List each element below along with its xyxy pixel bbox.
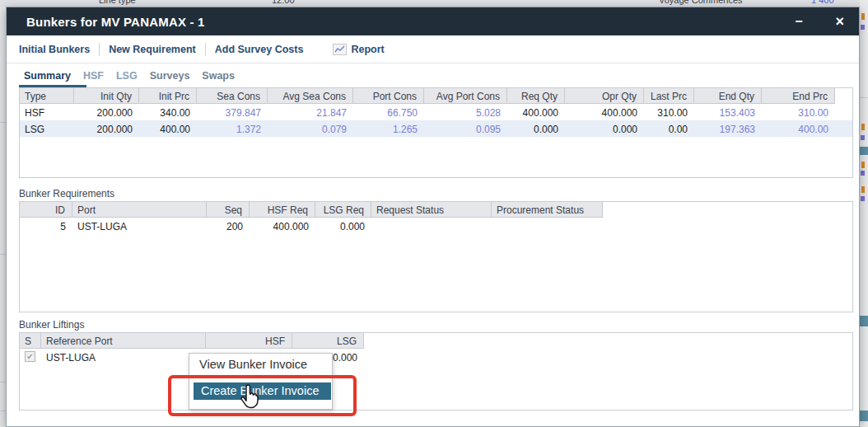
- bunker-summary-grid: Type Init Qty Init Prc Sea Cons Avg Sea …: [19, 87, 853, 178]
- column-header-lsg-req: LSG Req: [315, 202, 371, 218]
- column-header-avg-sea-cons: Avg Sea Cons: [268, 88, 353, 104]
- column-header-avg-port-cons: Avg Port Cons: [424, 88, 507, 104]
- cell-opr-qty: 0.000: [565, 120, 644, 137]
- cell-reference-port: UST-LUGA: [41, 349, 206, 365]
- table-row-lsg[interactable]: LSG 200.000 400.00 1.372 0.079 1.265 0.0…: [20, 120, 852, 137]
- column-header-init-prc: Init Prc: [139, 88, 197, 104]
- bunker-liftings-grid: S Reference Port HSF LSG ✔ UST-LUGA 400.…: [19, 332, 853, 411]
- requirements-grid-header: ID Port Seq HSF Req LSG Req Request Stat…: [20, 202, 852, 218]
- dialog-title: Bunkers for MV PANAMAX - 1: [26, 15, 205, 29]
- cell-init-qty: 200.000: [74, 120, 139, 137]
- cell-init-qty: 200.000: [74, 104, 139, 120]
- cell-end-prc: 310.00: [762, 104, 835, 120]
- cell-type: HSF: [20, 104, 74, 120]
- bunker-requirements-grid: ID Port Seq HSF Req LSG Req Request Stat…: [19, 201, 853, 312]
- cell-avg-port-cons: 0.095: [424, 120, 507, 137]
- menu-item-view-bunker-invoice[interactable]: View Bunker Invoice: [189, 354, 332, 376]
- cell-sea-cons: 1.372: [197, 120, 268, 137]
- tab-hsf[interactable]: HSF: [83, 70, 104, 82]
- header-filler: [603, 202, 852, 218]
- cell-end-prc: 400.00: [762, 120, 835, 137]
- cell-type: LSG: [20, 120, 74, 137]
- column-header-port-cons: Port Cons: [353, 88, 424, 104]
- column-header-end-prc: End Prc: [762, 88, 835, 104]
- minimize-icon[interactable]: −: [795, 15, 802, 28]
- table-row-lifting[interactable]: ✔ UST-LUGA 400.000 0.000: [20, 349, 852, 365]
- tab-summary[interactable]: Summary: [24, 70, 71, 82]
- cell-port-cons: 1.265: [353, 120, 424, 137]
- cell-avg-sea-cons: 21.847: [268, 104, 353, 120]
- report-button-label: Report: [351, 44, 384, 55]
- cell-sea-cons: 379.847: [197, 104, 268, 120]
- background-text-fragment: 1 400: [811, 0, 834, 5]
- background-left-strip: [0, 7, 6, 427]
- cell-avg-sea-cons: 0.079: [268, 120, 353, 137]
- tab-bar: Summary HSF LSG Surveys Swaps: [7, 63, 859, 87]
- cell-opr-qty: 400.000: [565, 104, 644, 120]
- column-header-init-qty: Init Qty: [74, 88, 139, 104]
- column-header-end-qty: End Qty: [694, 88, 762, 104]
- menu-item-create-bunker-invoice[interactable]: Create Bunker Invoice: [194, 382, 331, 400]
- column-header-hsf: HSF: [206, 333, 292, 349]
- column-header-lsg: LSG: [292, 333, 364, 349]
- header-filler: [364, 333, 852, 349]
- background-top-strip: Line type 12:00 Voyage Commences 1 400: [0, 0, 868, 7]
- initial-bunkers-button[interactable]: Initial Bunkers: [19, 44, 90, 55]
- background-text-fragment: Voyage Commences: [659, 0, 743, 5]
- cell-end-qty: 153.403: [694, 104, 762, 120]
- column-header-seq: Seq: [207, 202, 250, 218]
- column-header-type: Type: [20, 88, 74, 104]
- page: Line type 12:00 Voyage Commences 1 400 B…: [0, 0, 868, 427]
- report-chart-icon: [333, 44, 347, 55]
- table-row-requirement[interactable]: 5 UST-LUGA 200 400.000 0.000: [20, 218, 852, 234]
- dialog-toolbar: Initial Bunkers New Requirement Add Surv…: [7, 35, 859, 63]
- bunker-liftings-label: Bunker Liftings: [19, 319, 84, 331]
- cell-last-prc: 310.00: [644, 104, 694, 120]
- cell-seq: 200: [207, 218, 250, 234]
- background-text-fragment: Line type: [99, 0, 136, 5]
- bunker-requirements-label: Bunker Requirements: [19, 188, 114, 199]
- close-icon[interactable]: ×: [835, 14, 844, 29]
- summary-grid-header: Type Init Qty Init Prc Sea Cons Avg Sea …: [20, 88, 852, 104]
- cell-end-qty: 197.363: [694, 120, 762, 137]
- column-header-req-qty: Req Qty: [507, 88, 565, 104]
- dialog-titlebar: Bunkers for MV PANAMAX - 1 − ×: [7, 7, 859, 35]
- cell-req-qty: 0.000: [507, 120, 565, 137]
- cell-req-qty: 400.000: [507, 104, 565, 120]
- row-checkbox[interactable]: ✔: [25, 351, 35, 362]
- cell-port: UST-LUGA: [72, 218, 207, 234]
- column-header-id: ID: [20, 202, 72, 218]
- column-header-select: S: [20, 333, 41, 349]
- add-survey-costs-button[interactable]: Add Survey Costs: [215, 44, 304, 55]
- tab-surveys[interactable]: Surveys: [150, 70, 190, 82]
- new-requirement-button[interactable]: New Requirement: [109, 44, 196, 55]
- cell-port-cons: 66.750: [353, 104, 424, 120]
- bunkers-dialog: Bunkers for MV PANAMAX - 1 − × Initial B…: [6, 7, 860, 427]
- tab-lsg[interactable]: LSG: [116, 70, 138, 82]
- column-header-request-status: Request Status: [371, 202, 492, 218]
- toolbar-divider: [99, 43, 100, 56]
- cell-avg-port-cons: 5.028: [424, 104, 507, 120]
- tab-swaps[interactable]: Swaps: [202, 70, 235, 82]
- column-header-procurement-status: Procurement Status: [492, 202, 603, 218]
- column-header-reference-port: Reference Port: [41, 333, 206, 349]
- menu-separator: [189, 376, 332, 377]
- background-text-fragment: 12:00: [272, 0, 295, 5]
- cell-id: 5: [20, 218, 72, 234]
- cell-last-prc: 0.00: [644, 120, 694, 137]
- liftings-grid-header: S Reference Port HSF LSG: [20, 333, 852, 349]
- table-row-hsf[interactable]: HSF 200.000 340.00 379.847 21.847 66.750…: [20, 104, 852, 120]
- column-header-last-prc: Last Prc: [644, 88, 694, 104]
- report-button[interactable]: Report: [333, 44, 384, 55]
- cell-init-prc: 340.00: [139, 104, 197, 120]
- header-filler: [835, 88, 852, 104]
- cell-init-prc: 400.00: [139, 120, 197, 137]
- cell-procurement-status: [492, 218, 603, 234]
- column-header-sea-cons: Sea Cons: [197, 88, 268, 104]
- background-right-strip: [860, 0, 868, 427]
- column-header-opr-qty: Opr Qty: [565, 88, 644, 104]
- column-header-port: Port: [72, 202, 207, 218]
- cell-request-status: [371, 218, 492, 234]
- column-header-hsf-req: HSF Req: [250, 202, 315, 218]
- cell-lsg-req: 0.000: [315, 218, 371, 234]
